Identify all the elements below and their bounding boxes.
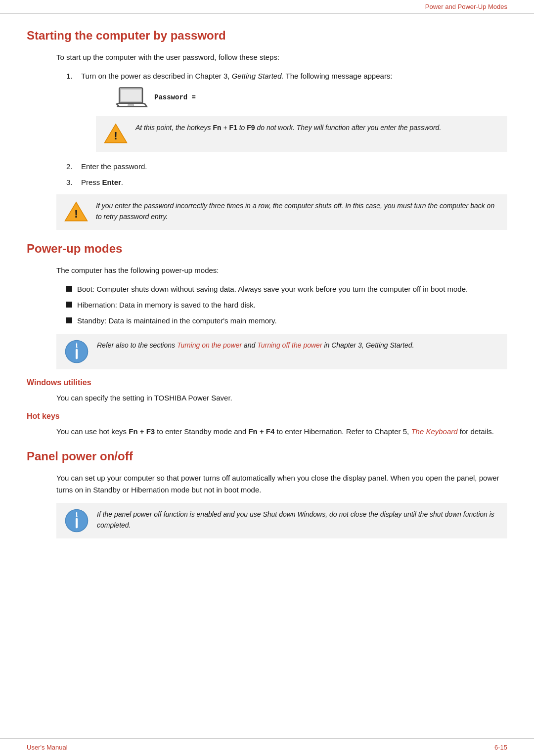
warning-icon-1: ! [104, 122, 128, 146]
hot-keys-text: You can use hot keys Fn + F3 to enter St… [56, 426, 507, 438]
step-1: 1. Turn on the power as described in Cha… [66, 70, 507, 82]
svg-text:i: i [76, 341, 78, 349]
step-2-text: Enter the password. [81, 161, 507, 173]
section-power-up-modes: Power-up modes The computer has the foll… [27, 242, 507, 438]
info-box-2: i If the panel power off function is ena… [56, 503, 507, 538]
svg-text:!: ! [114, 130, 117, 142]
password-display: Password = [116, 86, 507, 108]
info-icon-1: i [64, 340, 89, 363]
warning-text-1: At this point, the hotkeys Fn + F1 to F9… [135, 122, 441, 133]
step-2: 2. Enter the password. [66, 161, 507, 173]
subsection-hot-keys: Hot keys You can use hot keys Fn + F3 to… [27, 412, 507, 438]
page-container: Power and Power-Up Modes Starting the co… [0, 0, 534, 756]
svg-rect-1 [121, 89, 141, 102]
info-box-1: i Refer also to the sections Turning on … [56, 334, 507, 369]
info-text-1: Refer also to the sections Turning on th… [97, 340, 414, 351]
step-3-text: Press Enter. [81, 177, 507, 188]
step-3: 3. Press Enter. [66, 177, 507, 188]
info-text-2: If the panel power off function is enabl… [97, 509, 499, 531]
hot-keys-title: Hot keys [27, 412, 507, 421]
subsection-windows-utilities: Windows utilities You can specify the se… [27, 378, 507, 404]
bullet-item-1: Boot: Computer shuts down without saving… [66, 283, 507, 295]
section3-title: Panel power on/off [27, 449, 507, 463]
section3-intro: You can set up your computer so that pow… [56, 472, 507, 496]
bullet-text-3: Standby: Data is maintained in the compu… [77, 315, 277, 327]
footer-bar: User's Manual 6-15 [0, 738, 534, 756]
bullet-square-2 [66, 302, 72, 308]
footer-left: User's Manual [27, 744, 68, 751]
info-icon-2: i [64, 509, 89, 533]
bullet-square-3 [66, 317, 72, 323]
svg-rect-3 [128, 104, 134, 106]
step-3-num: 3. [66, 177, 81, 188]
section-starting-password: Starting the computer by password To sta… [27, 29, 507, 230]
footer-right: 6-15 [494, 744, 507, 751]
svg-text:!: ! [74, 208, 78, 220]
password-label: Password = [154, 93, 196, 101]
windows-utilities-title: Windows utilities [27, 378, 507, 387]
link-turning-off[interactable]: Turning off the power [257, 341, 322, 349]
bullet-text-1: Boot: Computer shuts down without saving… [77, 283, 468, 295]
bullet-item-3: Standby: Data is maintained in the compu… [66, 315, 507, 327]
bullet-item-2: Hibernation: Data in memory is saved to … [66, 299, 507, 311]
section1-steps: 1. Turn on the power as described in Cha… [66, 70, 507, 188]
breadcrumb: Power and Power-Up Modes [425, 3, 507, 10]
section2-intro: The computer has the following power-up … [56, 265, 507, 276]
section2-bullets: Boot: Computer shuts down without saving… [66, 283, 507, 327]
link-keyboard[interactable]: The Keyboard [411, 427, 457, 436]
warning-box-2: ! If you enter the password incorrectly … [56, 194, 507, 230]
section2-title: Power-up modes [27, 242, 507, 256]
windows-utilities-text: You can specify the setting in TOSHIBA P… [56, 392, 507, 404]
step-1-num: 1. [66, 70, 81, 82]
step-2-num: 2. [66, 161, 81, 173]
header-bar: Power and Power-Up Modes [0, 0, 534, 14]
laptop-icon [116, 86, 145, 108]
warning-box-1: ! At this point, the hotkeys Fn + F1 to … [96, 116, 507, 152]
bullet-text-2: Hibernation: Data in memory is saved to … [77, 299, 256, 311]
section-panel-power: Panel power on/off You can set up your c… [27, 449, 507, 538]
svg-text:i: i [76, 510, 78, 518]
content-area: Starting the computer by password To sta… [0, 14, 534, 565]
bullet-square-1 [66, 286, 72, 292]
step-1-text: Turn on the power as described in Chapte… [81, 70, 507, 82]
section1-intro: To start up the computer with the user p… [56, 51, 507, 63]
section1-title: Starting the computer by password [27, 29, 507, 43]
link-turning-on[interactable]: Turning on the power [177, 341, 242, 349]
warning-text-2: If you enter the password incorrectly th… [96, 200, 499, 222]
warning-icon-2: ! [64, 200, 88, 224]
